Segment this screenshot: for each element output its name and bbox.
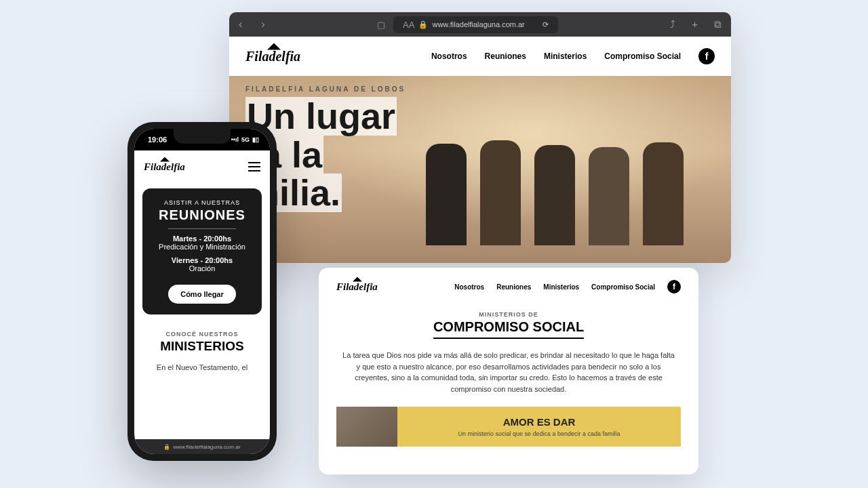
- url-text: www.filadelfialaguna.com.ar: [432, 20, 524, 28]
- amor-title: AMOR ES DAR: [407, 416, 671, 428]
- como-llegar-button[interactable]: Cómo llegar: [168, 285, 236, 304]
- facebook-icon-tablet[interactable]: f: [667, 280, 681, 293]
- website-viewport: Filadelfia Nosotros Reuniones Ministerio…: [229, 37, 731, 263]
- tablet-nav: Nosotros Reuniones Ministerios Compromis…: [454, 280, 681, 293]
- amor-es-dar-card[interactable]: AMOR ES DAR Un ministerio social que se …: [397, 407, 681, 447]
- forward-button[interactable]: ›: [261, 18, 264, 30]
- nav-compromiso[interactable]: Compromiso Social: [604, 52, 681, 61]
- lock-icon: 🔒: [418, 20, 428, 29]
- tablet-nav-ministerios[interactable]: Ministerios: [543, 283, 579, 291]
- ministerios-body: En el Nuevo Testamento, el: [144, 363, 260, 371]
- reuniones-eyebrow: ASISTIR A NUESTRAS: [151, 199, 254, 206]
- nav-reuniones[interactable]: Reuniones: [485, 52, 526, 61]
- nav-arrows: ‹ ›: [239, 18, 265, 30]
- section-eyebrow: MINISTERIOS DE: [336, 311, 681, 318]
- new-tab-icon[interactable]: +: [692, 18, 698, 30]
- status-time: 19:06: [148, 136, 167, 144]
- browser-toolbar: ‹ › ▢ AA 🔒 www.filadelfialaguna.com.ar ⟳…: [229, 12, 731, 37]
- site-header: Filadelfia Nosotros Reuniones Ministerio…: [229, 37, 731, 76]
- hero-image: [412, 96, 697, 245]
- nav-ministerios[interactable]: Ministerios: [544, 52, 587, 61]
- hero-eyebrow: FILADELFIA LAGUNA DE LOBOS: [245, 85, 406, 93]
- network-label: 5G: [241, 136, 250, 143]
- ministerios-eyebrow: CONOCÉ NUESTROS: [144, 331, 260, 338]
- reload-icon[interactable]: ⟳: [542, 20, 549, 29]
- url-bar[interactable]: AA 🔒 www.filadelfialaguna.com.ar ⟳: [393, 16, 558, 33]
- site-logo[interactable]: Filadelfia: [245, 49, 300, 64]
- back-button[interactable]: ‹: [239, 18, 242, 30]
- site-logo-mobile[interactable]: Filadelfia: [144, 161, 185, 173]
- hero-section: FILADELFIA LAGUNA DE LOBOS Un lugar ra l…: [229, 76, 731, 263]
- primary-nav: Nosotros Reuniones Ministerios Compromis…: [431, 48, 715, 64]
- phone-screen: 19:06 ••ıl 5G ▮▯ Filadelfia ASISTIR A NU…: [134, 129, 270, 454]
- site-logo-tablet[interactable]: Filadelfia: [336, 281, 378, 293]
- mobile-header: Filadelfia: [134, 150, 270, 183]
- schedule-viernes: Viernes - 20:00hs Oración: [151, 256, 254, 272]
- signal-icon: ••ıl: [231, 136, 239, 143]
- phone-notch: [174, 129, 231, 144]
- ministerios-section: CONOCÉ NUESTROS MINISTERIOS En el Nuevo …: [134, 320, 270, 382]
- reuniones-title: REUNIONES: [151, 207, 254, 223]
- tabs-icon[interactable]: ⧉: [714, 18, 722, 30]
- section-body: La tarea que Dios nos pide va más allá d…: [336, 350, 681, 394]
- tablet-nav-reuniones[interactable]: Reuniones: [496, 283, 531, 291]
- section-title: COMPROMISO SOCIAL: [433, 319, 584, 339]
- facebook-icon[interactable]: f: [698, 48, 715, 64]
- reuniones-card: ASISTIR A NUESTRAS REUNIONES Martes - 20…: [142, 188, 262, 314]
- mobile-url-bar[interactable]: www.filadelfialaguna.com.ar: [134, 439, 270, 454]
- tablet-nav-compromiso[interactable]: Compromiso Social: [591, 283, 655, 291]
- tablet-header: Filadelfia Nosotros Reuniones Ministerio…: [336, 280, 681, 293]
- text-size-icon[interactable]: AA: [403, 20, 414, 30]
- lock-icon-mobile: [163, 444, 170, 450]
- tablet-nav-nosotros[interactable]: Nosotros: [454, 283, 484, 291]
- tablet-card: Filadelfia Nosotros Reuniones Ministerio…: [319, 268, 698, 474]
- hamburger-menu-icon[interactable]: [248, 162, 260, 171]
- amor-image: [336, 407, 397, 447]
- ministerios-title: MINISTERIOS: [144, 339, 260, 354]
- nav-nosotros[interactable]: Nosotros: [431, 52, 467, 61]
- amor-subtitle: Un ministerio social que se dedica a ben…: [407, 430, 671, 437]
- mobile-url-text: www.filadelfialaguna.com.ar: [173, 444, 240, 450]
- reader-icon[interactable]: ▢: [377, 20, 385, 30]
- schedule-martes: Martes - 20:00hs Predicación y Ministrac…: [151, 235, 254, 251]
- share-icon[interactable]: ⤴: [670, 18, 675, 30]
- desktop-browser-window: ‹ › ▢ AA 🔒 www.filadelfialaguna.com.ar ⟳…: [229, 12, 731, 263]
- battery-icon: ▮▯: [252, 136, 259, 143]
- phone-device: 19:06 ••ıl 5G ▮▯ Filadelfia ASISTIR A NU…: [127, 122, 277, 461]
